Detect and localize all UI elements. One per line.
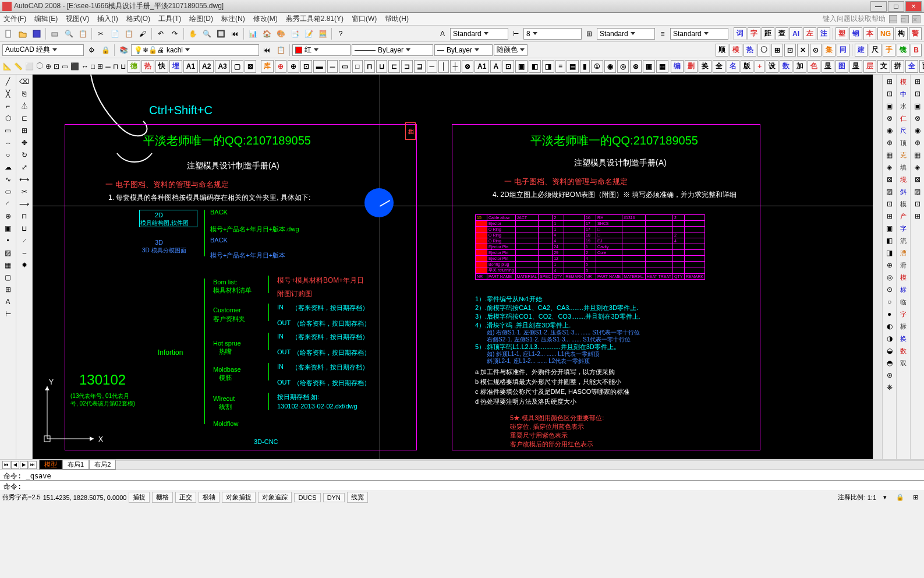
rt3-7[interactable]: ▦: [911, 149, 924, 161]
menu-window[interactable]: 窗口(W): [352, 14, 377, 24]
yx-b13[interactable]: ⊛: [630, 60, 642, 73]
rt2-22[interactable]: 数: [897, 345, 910, 357]
rtool-16[interactable]: ⊕: [883, 259, 896, 271]
tb-plastic[interactable]: 塑: [836, 27, 848, 40]
rtool-18[interactable]: ⊙: [883, 284, 896, 295]
mlstyle-dropdown[interactable]: Standard: [670, 28, 728, 40]
tb-ng[interactable]: NG: [877, 27, 894, 40]
rt2-11[interactable]: 产: [897, 210, 910, 222]
mtext-icon[interactable]: A: [2, 296, 15, 308]
rt2-16[interactable]: 模: [897, 272, 910, 283]
tb3-7[interactable]: 设: [766, 60, 778, 73]
tb2-10[interactable]: 同: [837, 44, 849, 57]
tb3-8[interactable]: 数: [780, 60, 792, 73]
yx-10[interactable]: □: [90, 60, 95, 73]
tablestyle-icon[interactable]: ⊞: [583, 27, 596, 40]
menu-edit[interactable]: 编辑(E): [34, 14, 58, 24]
mlstyle-icon[interactable]: ≡: [656, 27, 669, 40]
break-icon[interactable]: ⊓: [18, 210, 31, 222]
new-icon[interactable]: [2, 27, 15, 40]
tab-last-icon[interactable]: ⏭: [29, 461, 37, 469]
tab-layout1[interactable]: 布局1: [62, 460, 89, 470]
tb2-7[interactable]: ✕: [797, 44, 809, 57]
rt3-2[interactable]: ⊡: [911, 88, 924, 100]
tb3-16[interactable]: 拼: [891, 60, 904, 73]
yx-t9[interactable]: ⊔: [376, 60, 387, 73]
yx-t16[interactable]: ⊗: [462, 60, 473, 73]
tb3-2[interactable]: 换: [699, 60, 711, 73]
yx-b11[interactable]: ◉: [604, 60, 616, 73]
yx-b2[interactable]: A: [490, 60, 501, 73]
doc-close-icon[interactable]: ×: [912, 15, 921, 23]
tb3-5[interactable]: 版: [741, 60, 753, 73]
block-icon[interactable]: ▣: [2, 223, 15, 234]
rt2-13[interactable]: 流: [897, 235, 910, 246]
drawing-canvas[interactable]: Ctrl+Shift+C 平淡老师唯一的QQ:2107189055 注塑模具设计…: [33, 75, 873, 459]
rotate-icon[interactable]: ↻: [18, 149, 31, 161]
tb-this[interactable]: 本: [863, 27, 876, 40]
layer-prev-icon[interactable]: ⏮: [260, 44, 273, 57]
layer-state-icon[interactable]: 📋: [274, 44, 287, 57]
tb-dist[interactable]: 距: [762, 27, 774, 40]
yx-14[interactable]: ⊔: [120, 60, 126, 73]
copy-obj-icon[interactable]: ⎘: [18, 88, 31, 100]
yx-b5[interactable]: ◧: [529, 60, 541, 73]
tb-steel[interactable]: 钢: [849, 27, 862, 40]
help-hint[interactable]: 键入问题以获取帮助: [823, 14, 886, 24]
menu-help[interactable]: 帮助(H): [385, 14, 409, 24]
tb-left[interactable]: 左: [803, 27, 816, 40]
yx-mai[interactable]: 埋: [169, 60, 182, 73]
dimstyle-icon[interactable]: ⊢: [509, 27, 522, 40]
erase-icon[interactable]: ⌫: [18, 76, 31, 87]
tb3-0[interactable]: 编: [671, 60, 684, 73]
gradient-icon[interactable]: ▦: [2, 259, 15, 271]
tb2-hand[interactable]: 手: [883, 44, 895, 57]
palette-icon[interactable]: 🎨: [274, 27, 287, 40]
doc-min-icon[interactable]: —: [889, 15, 897, 23]
tb3-11[interactable]: 显: [822, 60, 834, 73]
point-icon[interactable]: •: [2, 235, 15, 246]
publish-icon[interactable]: 📋: [76, 27, 89, 40]
rt2-6[interactable]: 克: [897, 149, 910, 161]
ws-settings-icon[interactable]: ⚙: [85, 44, 98, 57]
pline-icon[interactable]: ⌐: [2, 100, 15, 112]
rtool-22[interactable]: ◑: [883, 333, 896, 344]
dcenter-icon[interactable]: 🏠: [260, 27, 273, 40]
doc-max-icon[interactable]: □: [901, 15, 909, 23]
tb2-b[interactable]: B: [911, 44, 922, 57]
zoom-win-icon[interactable]: 🔲: [214, 27, 227, 40]
menu-format[interactable]: 格式(O): [126, 14, 150, 24]
rt2-17[interactable]: 标: [897, 284, 910, 295]
yx-t11[interactable]: ⊐: [401, 60, 413, 73]
status-lwt[interactable]: 线宽: [347, 492, 368, 503]
rt2-15[interactable]: 滑: [897, 259, 910, 271]
tablestyle-dropdown[interactable]: Standard: [597, 28, 655, 40]
help-icon[interactable]: ?: [334, 27, 347, 40]
yx-b9[interactable]: ▮: [580, 60, 590, 73]
rtool-11[interactable]: ⊡: [883, 198, 896, 210]
yx-5[interactable]: ⊕: [45, 60, 52, 73]
rtool-26[interactable]: ❋: [883, 382, 896, 393]
properties-icon[interactable]: 📊: [246, 27, 259, 40]
yx-b10[interactable]: ①: [591, 60, 603, 73]
tb3-3[interactable]: 全: [713, 60, 725, 73]
ws-lock-icon[interactable]: 🔒: [99, 44, 112, 57]
menu-tools[interactable]: 工具(T): [158, 14, 181, 24]
tb3-18[interactable]: 面: [919, 60, 924, 73]
rt2-14[interactable]: 漕: [897, 247, 910, 259]
tab-first-icon[interactable]: ⏮: [2, 461, 10, 469]
status-snap[interactable]: 捕捉: [129, 492, 150, 503]
tb-word[interactable]: 词: [734, 27, 746, 40]
explode-icon[interactable]: ✸: [18, 259, 31, 271]
yx-9[interactable]: ↔: [81, 60, 89, 73]
rt2-2[interactable]: 水: [897, 100, 910, 112]
status-osnap[interactable]: 对象捕捉: [222, 492, 256, 503]
rect-icon[interactable]: ▭: [2, 125, 15, 136]
yx-t6[interactable]: ▭: [339, 60, 351, 73]
menu-dimension[interactable]: 标注(N): [221, 14, 245, 24]
yx-a2[interactable]: A2: [199, 60, 214, 73]
rt3-5[interactable]: ◉: [911, 125, 924, 136]
menu-insert[interactable]: 插入(I): [97, 14, 118, 24]
yx-11[interactable]: ⊞: [97, 60, 104, 73]
hatch-icon[interactable]: ▨: [2, 247, 15, 259]
